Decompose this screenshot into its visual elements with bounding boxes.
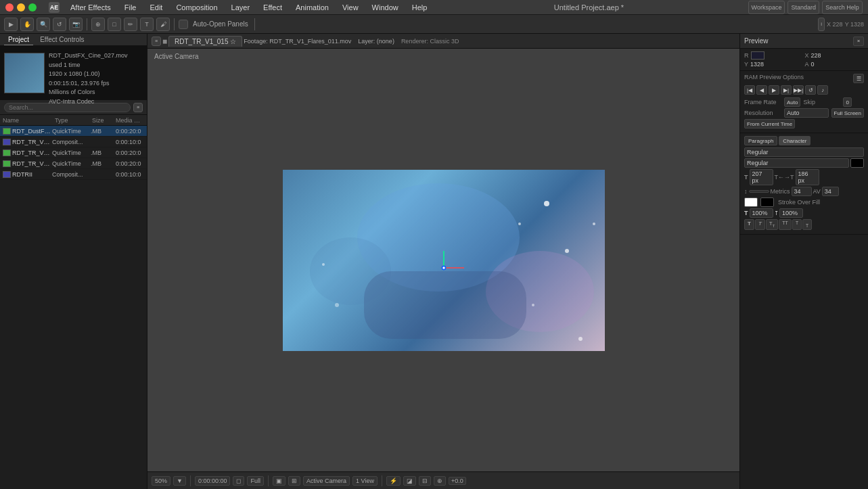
stroke-color[interactable] [744, 197, 758, 207]
pen-tool[interactable]: ✏ [124, 18, 137, 31]
step-back-btn[interactable]: ◀ [756, 85, 767, 95]
font-style-row: Regular [744, 158, 864, 168]
camera-tool[interactable]: 📷 [69, 18, 83, 31]
super-btn[interactable]: T [792, 219, 802, 230]
h-scale-val[interactable]: 100% [750, 208, 773, 218]
bold-btn[interactable]: T [744, 219, 754, 230]
framerate-auto[interactable]: Auto [784, 97, 800, 107]
frame-blending[interactable]: ◻ [233, 476, 244, 486]
snap-btn[interactable]: ⊕ [434, 476, 446, 486]
file-item[interactable]: RDT_TR_V1_Flares_003.mov QuickTime .MB 0… [0, 147, 147, 158]
anchor-tool[interactable]: ⊕ [91, 18, 105, 31]
fill-color[interactable] [760, 197, 774, 207]
comp-frame[interactable] [283, 170, 605, 351]
skip-forward-btn[interactable]: ▶▶| [793, 85, 804, 95]
preview-btn[interactable] [179, 20, 188, 29]
loop-btn[interactable]: ↺ [805, 85, 816, 95]
standard-button[interactable]: Standard [787, 1, 819, 14]
minimize-button[interactable] [17, 3, 25, 11]
region-of-interest[interactable]: ▣ [273, 476, 285, 486]
menu-aftereffects[interactable]: After Effects [68, 2, 114, 13]
fast-preview[interactable]: ⚡ [386, 476, 401, 486]
file-item[interactable]: RDT_TR_V1_015 Composit... 0:00:10:0 [0, 137, 147, 147]
file-item[interactable]: RDT_TR_V1_Flares_011.mov QuickTime .MB 0… [0, 158, 147, 169]
v-scale-val[interactable]: 100% [779, 208, 803, 218]
vc-sep-2 [268, 475, 269, 486]
av-val[interactable]: 34 [822, 187, 839, 196]
active-camera-select[interactable]: Active Camera [303, 476, 350, 486]
grid-guide[interactable]: ⊟ [419, 476, 431, 486]
menu-effect[interactable]: Effect [260, 2, 285, 13]
shape-tool[interactable]: □ [108, 18, 121, 31]
step-forward-btn[interactable]: ▶| [781, 85, 792, 95]
font-color[interactable] [850, 158, 864, 168]
svg-point-7 [532, 304, 534, 306]
character-tab-btn[interactable]: Character [779, 136, 810, 145]
file-item[interactable]: RDTRII Composit... 0:00:10:0 [0, 169, 147, 180]
rotate-tool[interactable]: ↺ [53, 18, 66, 31]
exposure-btn[interactable]: +0.0 [449, 477, 466, 485]
project-tab[interactable]: Project [4, 34, 33, 45]
select-tool[interactable]: ▶ [4, 18, 18, 31]
audio-btn[interactable]: ♪ [817, 85, 828, 95]
font-style[interactable]: Regular [744, 158, 849, 168]
smallcaps-btn[interactable]: TT [779, 219, 792, 230]
preview-options-btn[interactable]: ☰ [853, 74, 864, 83]
font-name[interactable]: Regular [744, 147, 864, 157]
skip-value[interactable]: 0 [843, 97, 851, 107]
resolution-dropdown[interactable]: Auto [784, 108, 829, 118]
close-button[interactable] [5, 3, 14, 11]
italic-btn[interactable]: T [755, 219, 765, 230]
menu-layer[interactable]: Layer [229, 2, 253, 13]
effect-controls-tab[interactable]: Effect Controls [36, 34, 88, 45]
comp-tab-label[interactable]: RDT_TR_V1_015 ☆ [168, 36, 242, 47]
from-current-btn[interactable]: From Current Time [744, 119, 795, 129]
preview-thumbnail [4, 53, 45, 93]
leading-val[interactable] [749, 190, 769, 193]
skip-label: Skip [803, 99, 840, 106]
zoom-tool[interactable]: 🔍 [37, 18, 50, 31]
text-tool[interactable]: T [140, 18, 154, 31]
preview-close-btn[interactable]: × [853, 37, 864, 46]
menu-file[interactable]: File [122, 2, 139, 13]
resolution-select[interactable]: Full [247, 476, 264, 486]
full-screen-btn[interactable]: Full Screen [831, 108, 864, 118]
workspace-button[interactable]: Workspace [748, 1, 785, 14]
comp-options-btn[interactable]: ≡ [152, 37, 161, 46]
file-type: Composit... [52, 139, 89, 145]
toolbar-separator-3 [254, 18, 255, 30]
color-swatch[interactable] [751, 51, 764, 60]
sort-btn[interactable]: ≡ [133, 103, 143, 112]
menu-view[interactable]: View [340, 2, 361, 13]
kerning-val[interactable]: 186 px [796, 169, 819, 185]
caps-btn[interactable]: TT [766, 219, 779, 230]
file-color-swatch [3, 149, 11, 156]
menu-animation[interactable]: Animation [293, 2, 332, 13]
menu-edit[interactable]: Edit [147, 2, 165, 13]
font-size-val[interactable]: 207 px [750, 169, 773, 185]
brush-tool[interactable]: 🖌 [156, 18, 170, 31]
file-type: QuickTime [52, 128, 89, 135]
sub-btn[interactable]: T [802, 219, 812, 230]
transparency-grid[interactable]: ⊞ [288, 476, 300, 486]
file-item[interactable]: RDT_DustFX_Cine_027.mov QuickTime .MB 0:… [0, 126, 147, 137]
menu-composition[interactable]: Composition [173, 2, 220, 13]
z-value: 0 [811, 61, 815, 68]
maximize-button[interactable] [28, 3, 37, 11]
view-count[interactable]: 1 View [352, 476, 378, 486]
transparency-btn[interactable]: ◪ [403, 476, 416, 486]
comp-renderer-label: Renderer: Classic 3D [401, 38, 459, 45]
menu-window[interactable]: Window [369, 2, 401, 13]
coord-x: X 228 [827, 21, 843, 28]
hand-tool[interactable]: ✋ [20, 18, 34, 31]
timecode-display[interactable]: 0:00:00:00 [195, 476, 231, 486]
tracking-val[interactable]: 34 [792, 187, 812, 196]
info-btn[interactable]: i [818, 18, 825, 31]
play-btn[interactable]: ▶ [769, 85, 779, 95]
zoom-menu[interactable]: ▼ [173, 476, 186, 486]
zoom-value[interactable]: 50% [152, 476, 170, 486]
menu-help[interactable]: Help [409, 2, 430, 13]
skip-back-btn[interactable]: |◀ [744, 85, 755, 95]
paragraph-tab-btn[interactable]: Paragraph [744, 136, 777, 145]
search-button[interactable]: Search Help [822, 1, 863, 14]
